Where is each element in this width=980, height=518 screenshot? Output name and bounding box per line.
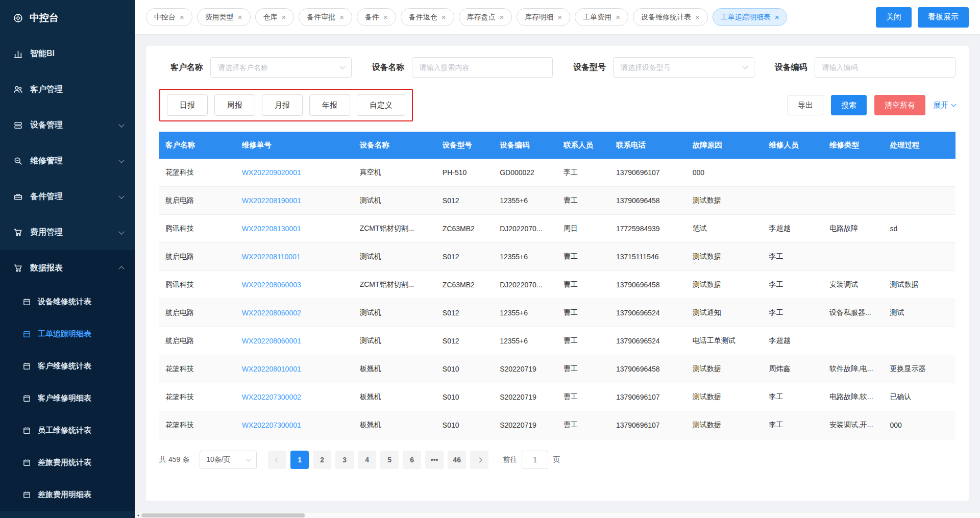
goto-page-input[interactable] [522,451,548,469]
table-row[interactable]: 腾讯科技 WX202208060003 ZCMT铝材切割... ZC63MB2 … [159,271,955,299]
horizontal-scrollbar[interactable]: ◄ [135,512,980,518]
weekly-report-button[interactable]: 周报 [214,94,255,116]
more-pages-button[interactable]: ••• [425,451,444,469]
table-row[interactable]: 腾讯科技 WX202208130001 ZCMT铝材切割... ZC63MB2 … [159,215,955,243]
close-icon[interactable]: × [442,13,446,21]
page-button-6[interactable]: 6 [403,451,421,469]
sidebar-item-repair[interactable]: 维修管理 [0,143,135,179]
page-button-1[interactable]: 1 [290,451,309,469]
close-icon[interactable]: × [695,13,700,21]
page-button-2[interactable]: 2 [313,451,331,469]
tab-chip-parts-return[interactable]: 备件返仓× [401,8,454,26]
scrollbar-thumb[interactable] [141,513,305,517]
device-name-input[interactable] [412,57,553,78]
tab-chip-parts[interactable]: 备件× [357,8,396,26]
sidebar-item-workorder-tracking[interactable]: 工单追踪明细表 [0,318,135,350]
prev-page-button[interactable] [268,451,286,469]
scroll-left-arrow-icon[interactable]: ◄ [135,513,141,517]
page-button-3[interactable]: 3 [335,451,354,469]
clear-all-button[interactable]: 清空所有 [874,95,925,115]
sidebar-item-bi[interactable]: 智能BI [0,36,135,71]
tab-chip-warehouse[interactable]: 仓库× [255,8,295,26]
order-number-link[interactable]: WX202208060001 [242,337,301,345]
table-cell: 13790696107 [610,159,687,187]
page-button-5[interactable]: 5 [380,451,399,469]
sidebar-item-parts[interactable]: 备件管理 [0,179,135,214]
tab-chip-parts-approval[interactable]: 备件审批× [299,8,352,26]
app-logo[interactable]: 中控台 [0,0,135,36]
report-type-annotation-box: 日报 周报 月报 年报 自定义 [159,89,413,121]
daily-report-button[interactable]: 日报 [167,94,208,116]
calendar-icon [22,458,31,467]
page-button-46[interactable]: 46 [448,451,466,469]
sidebar-item-devices[interactable]: 设备管理 [0,107,135,143]
close-button[interactable]: 关闭 [876,7,912,28]
sidebar-item-travel-expense-stats[interactable]: 差旅费用统计表 [0,447,135,479]
sidebar-item-travel-expense-detail[interactable]: 差旅费用明细表 [0,479,135,511]
table-row[interactable]: 花篮科技 WX202207300002 板翘机 S010 S20220719 曹… [159,383,955,411]
sidebar-item-customers[interactable]: 客户管理 [0,71,135,107]
tab-chip-workorder-tracking-active[interactable]: 工单追踪明细表× [713,8,788,26]
table-row[interactable]: 航启电路 WX202208060001 测试机 S012 12355+6 曹工 … [159,327,955,355]
close-icon[interactable]: × [238,13,242,21]
table-row[interactable]: 花篮科技 WX202207300001 板翘机 S010 S20220719 曹… [159,411,955,439]
tab-chip-stock-detail[interactable]: 库存明细× [517,8,570,26]
col-phone: 联系电话 [610,132,687,159]
order-number-link[interactable]: WX202207300002 [242,393,301,401]
order-number-link[interactable]: WX202207300001 [242,421,301,429]
close-icon[interactable]: × [775,13,779,21]
table-cell: WX202208190001 [236,187,354,215]
order-number-link[interactable]: WX202208130001 [242,225,301,233]
table-row[interactable]: 航启电路 WX202208060002 测试机 S012 12355+6 曹工 … [159,299,955,327]
table-cell: ZCMT铝材切割... [354,271,436,299]
export-button[interactable]: 导出 [788,95,823,115]
order-number-link[interactable]: WX202208110001 [242,253,301,261]
table-row[interactable]: 航启电路 WX202208110001 测试机 S012 12355+6 曹工 … [159,243,955,271]
close-icon[interactable]: × [557,13,562,21]
order-number-link[interactable]: WX202208190001 [242,196,301,205]
order-number-link[interactable]: WX202208060003 [242,281,301,289]
tab-chip-stock-check[interactable]: 库存盘点× [459,8,512,26]
table-cell [884,187,955,215]
table-row[interactable]: 花篮科技 WX202208010001 板翘机 S010 S20220719 曹… [159,355,955,383]
order-number-link[interactable]: WX202208010001 [242,365,301,373]
search-button[interactable]: 搜索 [831,95,867,115]
customer-name-input[interactable] [210,57,352,78]
table-cell: 曹工 [557,355,610,383]
table-cell: 测试 [884,299,955,327]
sidebar-item-employee-repair-stats[interactable]: 员工维修统计表 [0,414,135,447]
table-row[interactable]: 花篮科技 WX202209020001 真空机 PH-510 GD000022 … [159,159,955,187]
yearly-report-button[interactable]: 年报 [309,94,350,116]
custom-report-button[interactable]: 自定义 [357,94,405,116]
table-cell: 曹工 [557,299,610,327]
sidebar-item-customer-repair-detail[interactable]: 客户维修明细表 [0,382,135,414]
close-icon[interactable]: × [180,13,184,21]
table-row[interactable]: 航启电路 WX202208190001 测试机 S012 12355+6 曹工 … [159,187,955,215]
next-page-button[interactable] [470,451,488,469]
page-size-select[interactable]: 10条/页 [200,451,257,469]
tab-chip-device-repair-stats[interactable]: 设备维修统计表× [633,8,708,26]
tab-chip-console[interactable]: 中控台× [146,8,192,26]
close-icon[interactable]: × [616,13,620,21]
sidebar-item-fees[interactable]: 费用管理 [0,214,135,250]
page-button-4[interactable]: 4 [358,451,376,469]
device-model-input[interactable] [613,57,754,78]
tab-chip-workorder-fee[interactable]: 工单费用× [575,8,628,26]
toolbox-icon [13,192,23,202]
device-code-input[interactable] [815,57,956,78]
sidebar-item-reports[interactable]: 数据报表 [0,250,135,286]
bar-chart-icon [13,49,23,59]
close-icon[interactable]: × [500,13,504,21]
table-cell: 周日 [557,215,610,243]
board-display-button[interactable]: 看板展示 [918,7,969,28]
order-number-link[interactable]: WX202209020001 [242,168,301,177]
order-number-link[interactable]: WX202208060002 [242,309,301,317]
close-icon[interactable]: × [383,13,388,21]
monthly-report-button[interactable]: 月报 [262,94,303,116]
sidebar-item-customer-repair-stats[interactable]: 客户维修统计表 [0,350,135,382]
tab-chip-fee-type[interactable]: 费用类型× [197,8,251,26]
close-icon[interactable]: × [339,13,344,21]
close-icon[interactable]: × [282,13,286,21]
sidebar-item-device-repair-stats[interactable]: 设备维修统计表 [0,286,135,318]
expand-toggle[interactable]: 展开 [933,101,955,110]
